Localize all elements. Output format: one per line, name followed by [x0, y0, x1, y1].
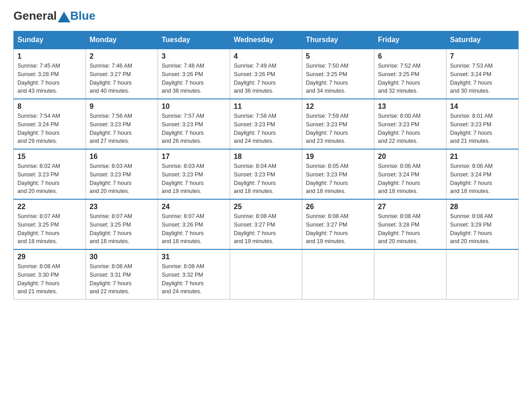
- calendar-cell: [302, 249, 374, 300]
- week-row-5: 29Sunrise: 8:08 AMSunset: 3:30 PMDayligh…: [14, 249, 519, 300]
- day-number: 26: [306, 203, 370, 211]
- calendar-cell: 24Sunrise: 8:07 AMSunset: 3:26 PMDayligh…: [158, 199, 230, 249]
- calendar-cell: 10Sunrise: 7:57 AMSunset: 3:23 PMDayligh…: [158, 99, 230, 149]
- day-info: Sunrise: 7:49 AMSunset: 3:26 PMDaylight:…: [234, 62, 298, 95]
- page-header: General Blue: [13, 9, 519, 23]
- day-info: Sunrise: 8:02 AMSunset: 3:23 PMDaylight:…: [17, 162, 82, 196]
- calendar-cell: 26Sunrise: 8:08 AMSunset: 3:27 PMDayligh…: [302, 199, 374, 249]
- header-monday: Monday: [86, 31, 158, 49]
- calendar-cell: 18Sunrise: 8:04 AMSunset: 3:23 PMDayligh…: [230, 149, 302, 199]
- day-info: Sunrise: 8:08 AMSunset: 3:27 PMDaylight:…: [306, 212, 370, 246]
- day-info: Sunrise: 8:08 AMSunset: 3:31 PMDaylight:…: [90, 262, 154, 296]
- logo-triangle-icon: [58, 12, 70, 22]
- day-number: 27: [378, 203, 442, 211]
- day-number: 21: [450, 153, 515, 161]
- day-number: 30: [90, 253, 154, 261]
- day-info: Sunrise: 7:52 AMSunset: 3:25 PMDaylight:…: [378, 62, 442, 95]
- day-number: 29: [17, 253, 82, 261]
- header-wednesday: Wednesday: [230, 31, 302, 49]
- day-number: 22: [17, 203, 82, 211]
- day-number: 24: [162, 203, 226, 211]
- week-row-2: 8Sunrise: 7:54 AMSunset: 3:24 PMDaylight…: [14, 99, 519, 149]
- calendar-cell: 5Sunrise: 7:50 AMSunset: 3:25 PMDaylight…: [302, 49, 374, 99]
- calendar-cell: 7Sunrise: 7:53 AMSunset: 3:24 PMDaylight…: [446, 49, 519, 99]
- calendar-cell: 27Sunrise: 8:08 AMSunset: 3:28 PMDayligh…: [374, 199, 446, 249]
- calendar-cell: 11Sunrise: 7:58 AMSunset: 3:23 PMDayligh…: [230, 99, 302, 149]
- day-info: Sunrise: 7:59 AMSunset: 3:23 PMDaylight:…: [306, 112, 370, 146]
- calendar-cell: 25Sunrise: 8:08 AMSunset: 3:27 PMDayligh…: [230, 199, 302, 249]
- day-info: Sunrise: 8:01 AMSunset: 3:23 PMDaylight:…: [450, 112, 515, 146]
- week-row-3: 15Sunrise: 8:02 AMSunset: 3:23 PMDayligh…: [14, 149, 519, 199]
- logo-general-text: General: [13, 9, 57, 23]
- day-info: Sunrise: 8:06 AMSunset: 3:24 PMDaylight:…: [450, 162, 515, 196]
- calendar-cell: 12Sunrise: 7:59 AMSunset: 3:23 PMDayligh…: [302, 99, 374, 149]
- day-number: 25: [234, 203, 298, 211]
- day-info: Sunrise: 8:08 AMSunset: 3:27 PMDaylight:…: [234, 212, 298, 246]
- day-info: Sunrise: 8:07 AMSunset: 3:25 PMDaylight:…: [90, 212, 154, 246]
- calendar-cell: 22Sunrise: 8:07 AMSunset: 3:25 PMDayligh…: [14, 199, 86, 249]
- calendar-cell: [374, 249, 446, 300]
- calendar-cell: 8Sunrise: 7:54 AMSunset: 3:24 PMDaylight…: [14, 99, 86, 149]
- day-info: Sunrise: 8:07 AMSunset: 3:26 PMDaylight:…: [162, 212, 226, 246]
- header-saturday: Saturday: [446, 31, 519, 49]
- day-info: Sunrise: 8:03 AMSunset: 3:23 PMDaylight:…: [162, 162, 226, 196]
- day-number: 13: [378, 103, 442, 111]
- calendar-cell: 9Sunrise: 7:56 AMSunset: 3:23 PMDaylight…: [86, 99, 158, 149]
- day-number: 19: [306, 153, 370, 161]
- day-info: Sunrise: 8:08 AMSunset: 3:30 PMDaylight:…: [17, 262, 82, 296]
- calendar-cell: 13Sunrise: 8:00 AMSunset: 3:23 PMDayligh…: [374, 99, 446, 149]
- day-info: Sunrise: 8:03 AMSunset: 3:23 PMDaylight:…: [90, 162, 154, 196]
- day-info: Sunrise: 7:56 AMSunset: 3:23 PMDaylight:…: [90, 112, 154, 146]
- day-info: Sunrise: 7:53 AMSunset: 3:24 PMDaylight:…: [450, 62, 515, 95]
- day-info: Sunrise: 7:57 AMSunset: 3:23 PMDaylight:…: [162, 112, 226, 146]
- day-number: 3: [162, 52, 226, 60]
- day-info: Sunrise: 7:45 AMSunset: 3:28 PMDaylight:…: [17, 62, 82, 95]
- header-thursday: Thursday: [302, 31, 374, 49]
- logo: General Blue: [13, 9, 95, 23]
- day-number: 28: [450, 203, 515, 211]
- day-number: 6: [378, 52, 442, 60]
- day-number: 5: [306, 52, 370, 60]
- day-number: 16: [90, 153, 154, 161]
- day-info: Sunrise: 8:07 AMSunset: 3:25 PMDaylight:…: [17, 212, 82, 246]
- calendar-cell: 2Sunrise: 7:46 AMSunset: 3:27 PMDaylight…: [86, 49, 158, 99]
- calendar-cell: 19Sunrise: 8:05 AMSunset: 3:23 PMDayligh…: [302, 149, 374, 199]
- header-sunday: Sunday: [14, 31, 86, 49]
- day-info: Sunrise: 7:50 AMSunset: 3:25 PMDaylight:…: [306, 62, 370, 95]
- day-info: Sunrise: 8:04 AMSunset: 3:23 PMDaylight:…: [234, 162, 298, 196]
- day-number: 11: [234, 103, 298, 111]
- calendar-cell: 31Sunrise: 8:08 AMSunset: 3:32 PMDayligh…: [158, 249, 230, 300]
- calendar-cell: 16Sunrise: 8:03 AMSunset: 3:23 PMDayligh…: [86, 149, 158, 199]
- header-friday: Friday: [374, 31, 446, 49]
- day-number: 18: [234, 153, 298, 161]
- day-info: Sunrise: 8:08 AMSunset: 3:29 PMDaylight:…: [450, 212, 515, 246]
- day-info: Sunrise: 7:46 AMSunset: 3:27 PMDaylight:…: [90, 62, 154, 95]
- calendar-table: SundayMondayTuesdayWednesdayThursdayFrid…: [13, 31, 519, 300]
- calendar-cell: 6Sunrise: 7:52 AMSunset: 3:25 PMDaylight…: [374, 49, 446, 99]
- day-number: 17: [162, 153, 226, 161]
- days-header-row: SundayMondayTuesdayWednesdayThursdayFrid…: [14, 31, 519, 49]
- day-info: Sunrise: 8:00 AMSunset: 3:23 PMDaylight:…: [378, 112, 442, 146]
- day-info: Sunrise: 7:48 AMSunset: 3:26 PMDaylight:…: [162, 62, 226, 95]
- calendar-cell: 4Sunrise: 7:49 AMSunset: 3:26 PMDaylight…: [230, 49, 302, 99]
- day-number: 15: [17, 153, 82, 161]
- day-number: 7: [450, 52, 515, 60]
- day-info: Sunrise: 8:08 AMSunset: 3:28 PMDaylight:…: [378, 212, 442, 246]
- calendar-cell: 20Sunrise: 8:06 AMSunset: 3:24 PMDayligh…: [374, 149, 446, 199]
- calendar-cell: 1Sunrise: 7:45 AMSunset: 3:28 PMDaylight…: [14, 49, 86, 99]
- day-number: 1: [17, 52, 82, 60]
- calendar-cell: 29Sunrise: 8:08 AMSunset: 3:30 PMDayligh…: [14, 249, 86, 300]
- day-number: 31: [162, 253, 226, 261]
- week-row-4: 22Sunrise: 8:07 AMSunset: 3:25 PMDayligh…: [14, 199, 519, 249]
- day-number: 9: [90, 103, 154, 111]
- day-number: 23: [90, 203, 154, 211]
- calendar-cell: 30Sunrise: 8:08 AMSunset: 3:31 PMDayligh…: [86, 249, 158, 300]
- calendar-cell: 17Sunrise: 8:03 AMSunset: 3:23 PMDayligh…: [158, 149, 230, 199]
- day-info: Sunrise: 8:06 AMSunset: 3:24 PMDaylight:…: [378, 162, 442, 196]
- calendar-cell: [230, 249, 302, 300]
- header-tuesday: Tuesday: [158, 31, 230, 49]
- day-info: Sunrise: 7:54 AMSunset: 3:24 PMDaylight:…: [17, 112, 82, 146]
- day-number: 10: [162, 103, 226, 111]
- day-info: Sunrise: 8:08 AMSunset: 3:32 PMDaylight:…: [162, 262, 226, 296]
- day-number: 14: [450, 103, 515, 111]
